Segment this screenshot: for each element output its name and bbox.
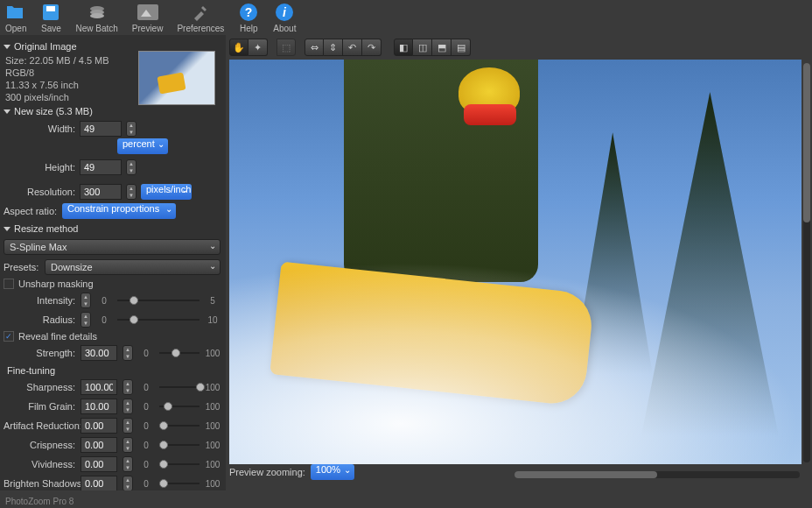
svg-text:?: ? [245,5,253,19]
ft-max: 100 [205,402,220,412]
width-input[interactable] [80,121,122,137]
zoom-select[interactable]: 100% [311,464,354,480]
chevron-down-icon [4,227,10,231]
main-toolbar: Open Save New Batch Preview Preferences … [0,0,812,35]
flip-v-button[interactable]: ⇕ [324,39,343,56]
unsharp-checkbox[interactable] [4,279,14,289]
brighten-slider[interactable] [159,477,200,490]
filmgrain-stepper[interactable]: ▲▼ [122,399,133,414]
save-label: Save [41,24,61,33]
width-label: Width: [4,123,75,134]
radius-min: 0 [96,315,112,325]
rotate-right-button[interactable]: ↷ [362,39,382,56]
crispness-input[interactable] [80,437,117,453]
ft-max: 100 [205,383,220,392]
presets-select[interactable]: Downsize [45,259,220,275]
newbatch-button[interactable]: New Batch [75,2,117,33]
preview-canvas[interactable] [229,60,802,464]
original-heading-text: Original Image [14,41,77,52]
resolution-input[interactable] [80,184,122,200]
filmgrain-slider[interactable] [159,400,200,413]
preview-image [229,60,802,464]
help-button[interactable]: ? Help [238,2,259,33]
crop-tool-button[interactable]: ⬚ [276,39,296,56]
strength-input[interactable] [80,345,117,361]
horizontal-scrollbar[interactable] [514,471,800,478]
open-label: Open [5,24,26,33]
radius-slider[interactable] [117,314,200,326]
newsize-header[interactable]: New size (5.3 MB) [4,103,220,119]
vertical-scrollbar[interactable] [803,63,810,462]
vividness-label: Vividness: [4,459,75,469]
sharpness-stepper[interactable]: ▲▼ [122,379,133,395]
intensity-stepper[interactable]: ▲▼ [80,293,91,308]
resize-method-header[interactable]: Resize method [4,221,220,236]
vividness-slider[interactable] [159,458,200,470]
flip-h-button[interactable]: ⇔ [304,39,324,56]
rotate-left-button[interactable]: ↶ [343,39,362,56]
sharpness-slider[interactable] [159,381,200,393]
crispness-slider[interactable] [159,439,200,451]
reveal-checkbox[interactable] [4,331,14,342]
vividness-input[interactable] [80,456,117,472]
zoom-label: Preview zooming: [229,467,305,477]
chevron-down-icon [4,109,10,114]
newbatch-label: New Batch [75,24,117,33]
brighten-stepper[interactable]: ▲▼ [122,476,133,490]
sharpness-input[interactable] [80,379,117,395]
radius-stepper[interactable]: ▲▼ [80,312,91,328]
thumbnail[interactable] [138,51,215,105]
strength-stepper[interactable]: ▲▼ [122,345,133,361]
about-button[interactable]: i About [273,2,296,33]
width-stepper[interactable]: ▲▼ [126,121,136,137]
resize-heading-text: Resize method [14,223,78,234]
chevron-down-icon [4,45,10,49]
height-label: Height: [4,162,75,173]
image-icon [137,2,158,23]
view-split-h-button[interactable]: ◫ [413,39,432,56]
ft-max: 100 [205,479,220,489]
intensity-label: Intensity: [4,295,75,306]
view-split-v-button[interactable]: ⬒ [432,39,452,56]
height-input[interactable] [80,159,122,175]
filmgrain-input[interactable] [80,399,117,414]
height-stepper[interactable]: ▲▼ [126,159,136,175]
reveal-label: Reveal fine details [18,331,97,342]
strength-max: 100 [205,349,220,358]
artifact-input[interactable] [80,418,117,434]
resolution-unit-value: pixels/inch [146,184,191,194]
newsize-heading-text: New size (5.3 MB) [14,106,93,116]
ft-max: 100 [205,441,220,450]
save-button[interactable]: Save [40,2,61,33]
open-button[interactable]: Open [5,2,26,33]
artifact-slider[interactable] [159,420,200,432]
brighten-input[interactable] [80,476,117,490]
view-grid-button[interactable]: ▤ [452,39,471,56]
vividness-stepper[interactable]: ▲▼ [122,456,133,472]
resolution-stepper[interactable]: ▲▼ [126,184,136,200]
preferences-label: Preferences [177,24,224,33]
svg-point-4 [90,13,104,18]
sharpness-label: Sharpness: [4,382,75,392]
filmgrain-label: Film Grain: [4,401,75,412]
folder-icon [5,2,26,23]
brighten-label: Brighten Shadows: [4,478,75,489]
preview-button[interactable]: Preview [132,2,164,33]
ft-min: 0 [138,421,154,431]
ft-max: 100 [205,421,220,431]
sparkle-tool-button[interactable]: ✦ [248,39,268,56]
resolution-label: Resolution: [4,187,75,197]
hand-tool-button[interactable]: ✋ [229,39,248,56]
view-single-button[interactable]: ◧ [394,39,413,56]
crispness-stepper[interactable]: ▲▼ [122,437,133,453]
size-unit-select[interactable]: percent [117,138,168,154]
method-select[interactable]: S-Spline Max [4,239,220,255]
preferences-button[interactable]: Preferences [177,2,224,33]
aspect-select[interactable]: Constrain proportions [62,203,176,219]
snow-shape [229,262,802,464]
preview-label: Preview [132,24,164,33]
artifact-stepper[interactable]: ▲▼ [122,418,133,434]
intensity-slider[interactable] [117,294,200,307]
strength-slider[interactable] [159,347,200,359]
resolution-unit-select[interactable]: pixels/inch [141,184,192,200]
